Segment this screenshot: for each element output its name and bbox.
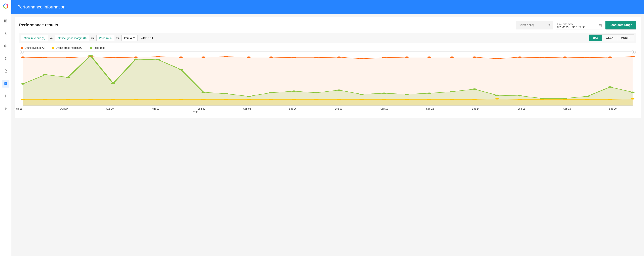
svg-point-38 (472, 56, 477, 58)
svg-point-91 (404, 99, 409, 100)
svg-point-101 (630, 98, 635, 99)
svg-point-61 (360, 94, 364, 95)
line-chart (19, 52, 636, 107)
shop-select[interactable]: Select a shop (516, 21, 553, 29)
svg-point-37 (450, 56, 454, 58)
svg-point-46 (20, 83, 25, 85)
svg-point-16 (6, 109, 6, 110)
wifi-icon (4, 107, 7, 111)
vs-label: vs. (91, 37, 94, 39)
svg-point-73 (630, 92, 635, 93)
granularity-month[interactable]: MONTH (617, 35, 634, 41)
svg-point-50 (111, 83, 116, 84)
chevron-down-icon (548, 25, 550, 26)
sidebar-item-euro[interactable] (2, 55, 9, 63)
vs-label: vs. (50, 37, 53, 39)
svg-point-35 (404, 56, 409, 58)
metric-filter-add[interactable]: Item 4 (121, 35, 138, 41)
range-slider[interactable]: || || (22, 52, 634, 52)
svg-point-56 (246, 96, 251, 97)
grid-icon (4, 19, 7, 23)
svg-point-97 (540, 99, 544, 100)
legend-dot-icon (52, 47, 54, 49)
svg-point-45 (630, 56, 635, 57)
date-range-input[interactable]: Enter date range 8/25/2022 – 9/21/2022 (556, 22, 602, 29)
chart-icon (4, 82, 7, 86)
svg-point-96 (518, 99, 522, 100)
legend-item-1[interactable]: Online gross margin (€) (52, 46, 82, 49)
chart-legend: Omni revenue (€)Online gross margin (€)P… (19, 43, 636, 50)
svg-point-20 (66, 57, 70, 58)
filter-bar: Omni revenue (€)vs.Online gross margin (… (19, 33, 636, 43)
calendar-icon (598, 24, 602, 28)
svg-point-31 (314, 57, 319, 58)
metric-filter-2[interactable]: Price-ratio (96, 35, 114, 41)
svg-point-29 (269, 56, 274, 58)
svg-point-86 (292, 99, 296, 100)
legend-item-0[interactable]: Omni revenue (€) (21, 46, 44, 49)
app-logo-icon (3, 3, 8, 9)
svg-point-95 (495, 98, 499, 99)
sidebar-item-grid[interactable] (2, 18, 9, 25)
date-range-label: Enter date range (557, 23, 601, 25)
svg-point-23 (134, 56, 138, 58)
file-icon (4, 69, 7, 73)
shop-select-placeholder: Select a shop (519, 24, 534, 27)
svg-point-51 (134, 59, 138, 60)
svg-point-24 (156, 56, 161, 57)
svg-point-67 (495, 95, 499, 96)
svg-point-40 (518, 56, 522, 58)
legend-dot-icon (90, 47, 92, 49)
svg-point-42 (563, 56, 567, 58)
metric-filter-1[interactable]: Online gross margin (€) (55, 35, 90, 41)
granularity-day[interactable]: DAY (589, 35, 602, 41)
svg-point-88 (337, 99, 341, 100)
svg-point-89 (360, 99, 364, 100)
granularity-week[interactable]: WEEK (602, 35, 617, 41)
svg-point-87 (314, 99, 319, 100)
svg-point-41 (540, 57, 544, 58)
svg-point-15 (5, 96, 6, 96)
clear-all-button[interactable]: Clear all (141, 36, 153, 40)
svg-point-85 (269, 99, 274, 100)
sidebar-item-chart[interactable] (2, 80, 9, 87)
svg-point-27 (224, 56, 228, 57)
legend-dot-icon (21, 47, 23, 49)
svg-point-25 (179, 56, 183, 58)
card-title: Performance results (19, 23, 58, 27)
load-date-range-button[interactable]: Load date range (606, 21, 636, 29)
legend-item-2[interactable]: Price-ratio (90, 46, 105, 49)
radar-icon (4, 44, 7, 48)
sidebar-item-wifi[interactable] (2, 105, 9, 112)
svg-point-66 (472, 88, 477, 90)
date-range-value: 8/25/2022 – 9/21/2022 (557, 25, 601, 29)
svg-point-10 (6, 46, 6, 46)
svg-point-60 (337, 90, 341, 91)
sidebar-item-file[interactable] (2, 68, 9, 75)
svg-point-47 (43, 74, 48, 75)
svg-point-62 (382, 92, 386, 94)
svg-rect-6 (4, 21, 5, 22)
svg-point-99 (585, 99, 590, 100)
svg-point-53 (179, 69, 183, 70)
sidebar-item-gear[interactable] (2, 93, 9, 100)
svg-point-48 (66, 77, 70, 78)
svg-point-82 (202, 99, 206, 100)
download-icon (4, 32, 7, 36)
svg-point-93 (450, 99, 454, 100)
metric-filter-0[interactable]: Omni revenue (€) (21, 35, 48, 41)
svg-point-83 (224, 99, 228, 100)
left-sidebar (0, 0, 12, 256)
svg-point-59 (314, 92, 319, 93)
svg-point-80 (156, 99, 161, 100)
svg-rect-14 (6, 83, 6, 84)
svg-point-63 (404, 94, 409, 95)
sidebar-item-radar[interactable] (2, 43, 9, 50)
svg-point-57 (269, 92, 274, 93)
sidebar-item-download[interactable] (2, 30, 9, 38)
range-slider-handle-left[interactable]: || (20, 50, 24, 54)
range-slider-handle-right[interactable]: || (632, 50, 636, 54)
svg-point-72 (608, 86, 612, 88)
svg-point-79 (134, 99, 138, 100)
svg-point-92 (427, 99, 432, 100)
